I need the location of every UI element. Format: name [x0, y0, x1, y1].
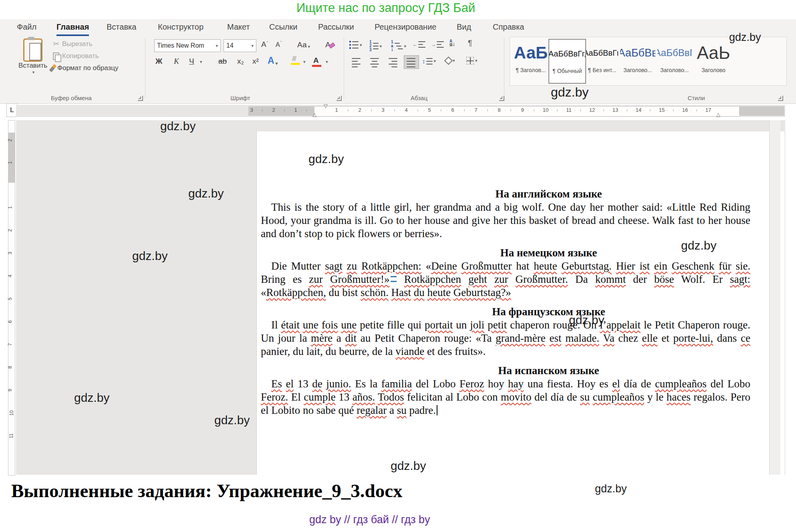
clipboard-dialog-launcher-icon[interactable] [138, 96, 143, 101]
subscript-button[interactable]: х₂ [237, 57, 244, 66]
font-family-combo[interactable]: Times New Rom▾ [154, 39, 221, 52]
outdent-icon: ← [413, 42, 417, 47]
chevron-down-icon[interactable]: ▾ [360, 42, 362, 48]
chevron-down-icon[interactable]: ▾ [453, 58, 455, 63]
hanging-indent-marker[interactable]: △ [312, 111, 316, 117]
align-right-button[interactable] [389, 57, 397, 68]
section-paragraph[interactable]: Die Mutter sagt zu Rotkäppchen: «Deine G… [261, 260, 750, 299]
ruler-tick: · [400, 108, 401, 112]
misspelled-word: zur [309, 273, 322, 285]
strikethrough-button[interactable]: ab [218, 57, 227, 66]
text-run: a [387, 404, 397, 416]
style-item[interactable]: АаБбВвГЗаголово... [657, 39, 692, 82]
align-left-button[interactable] [352, 57, 361, 68]
numbered-list-icon: 123 [369, 40, 372, 52]
tab-Рецензирование[interactable]: Рецензирование [375, 22, 436, 34]
justify-button[interactable] [407, 57, 415, 68]
show-marks-button[interactable]: ¶ [468, 38, 472, 48]
sort-button[interactable]: АЯ ↓ [449, 39, 455, 47]
borders-button[interactable]: ▾ [466, 57, 478, 64]
first-line-indent-marker[interactable]: ▽ [324, 103, 328, 109]
chevron-down-icon[interactable]: ▾ [276, 61, 278, 66]
paste-button[interactable]: Вставить ▾ [16, 38, 50, 75]
font-color-button[interactable]: А [313, 56, 319, 65]
styles-dialog-launcher-icon[interactable] [778, 96, 783, 101]
tab-Справка[interactable]: Справка [493, 22, 524, 34]
clear-formatting-button[interactable]: А [325, 40, 336, 49]
decrease-indent-button[interactable]: ← [413, 40, 425, 48]
superscript-button[interactable]: х² [252, 57, 259, 66]
ruler-tick: · [301, 108, 302, 112]
ruler-number: 1 [335, 107, 338, 113]
misspelled-word: une [341, 319, 357, 331]
numbering-button[interactable]: 123 ▾ [369, 40, 382, 52]
text-run [650, 260, 654, 272]
style-item[interactable]: АаБбВвГг,¶ Обычный [548, 39, 586, 84]
tab-Главная[interactable]: Главная [56, 22, 89, 36]
style-item[interactable]: АаБбВвЗаголово... [620, 39, 655, 82]
right-indent-marker[interactable]: △ [716, 111, 720, 117]
copy-button[interactable]: Копировать [53, 52, 99, 60]
multilevel-list-button[interactable]: 1ai ▾ [391, 40, 406, 52]
style-item[interactable]: АаЬЗаголово [693, 39, 734, 82]
font-dialog-launcher-icon[interactable] [337, 96, 342, 101]
shrink-font-button[interactable]: Аˇ [276, 41, 282, 48]
tab-Рассылки[interactable]: Рассылки [318, 22, 354, 34]
chevron-down-icon[interactable]: ▾ [251, 43, 254, 48]
italic-button[interactable]: К [174, 57, 179, 66]
text-run: padre. [407, 404, 436, 416]
ruler-tick: · [702, 108, 703, 112]
line-spacing-button[interactable]: ↕ ▾ [422, 57, 436, 65]
section-paragraph[interactable]: Es el 13 de junio. Es la familia del Lob… [261, 377, 750, 417]
style-item[interactable]: АаБбВвГг,¶ Без инт... [586, 39, 618, 82]
ruler-tick: · [667, 108, 669, 112]
chevron-down-icon[interactable]: ▾ [216, 43, 218, 48]
text-run [300, 319, 303, 331]
tab-Вставка[interactable]: Вставка [107, 22, 136, 34]
ruler-number: 6 [7, 320, 13, 323]
chevron-down-icon[interactable]: ▾ [434, 58, 436, 64]
section-paragraph[interactable]: This is the story of a little girl, her … [261, 201, 750, 240]
document-text[interactable]: На английском языкеThis is the story of … [261, 187, 750, 417]
cut-button[interactable]: ✂ Вырезать [53, 39, 93, 48]
bold-button[interactable]: Ж [155, 57, 162, 66]
text-effects-button[interactable]: А▾ [268, 55, 278, 66]
underline-button[interactable]: Ч [189, 57, 194, 66]
misspelled-word: ce [741, 332, 750, 344]
vertical-scrollbar[interactable] [769, 120, 780, 475]
chevron-down-icon[interactable]: ▾ [303, 59, 306, 64]
tab-Вид[interactable]: Вид [457, 22, 471, 34]
chevron-down-icon[interactable]: ▾ [326, 59, 328, 64]
increase-indent-button[interactable]: → [431, 40, 444, 48]
bullets-button[interactable]: ▾ [349, 40, 362, 50]
text-run [599, 332, 603, 344]
section-heading: На испанском языке [347, 364, 750, 377]
chevron-down-icon[interactable]: ▾ [308, 44, 310, 49]
style-item[interactable]: АаБ¶ Заголов... [514, 39, 547, 82]
chevron-down-icon[interactable]: ▾ [404, 44, 407, 49]
document-page[interactable]: На английском языкеThis is the story of … [256, 131, 785, 475]
grow-font-button[interactable]: Аˆ [261, 40, 268, 49]
paragraph-dialog-launcher-icon[interactable] [499, 96, 504, 101]
ruler-right-margin [739, 106, 784, 116]
vertical-ruler[interactable]: 211234567891011 [8, 120, 15, 476]
change-case-button[interactable]: Аа▾ [297, 40, 310, 49]
shading-button[interactable]: ▾ [445, 58, 455, 64]
align-center-button[interactable] [370, 57, 379, 68]
section-paragraph[interactable]: Il était une fois une petite fille qui p… [261, 318, 750, 358]
format-painter-button[interactable]: Формат по образцу [51, 64, 118, 72]
chevron-down-icon[interactable]: ▾ [200, 59, 202, 64]
chevron-down-icon[interactable]: ▾ [380, 44, 382, 49]
chevron-down-icon[interactable]: ▾ [17, 70, 50, 75]
text-run: der [626, 273, 654, 285]
tab-Конструктор[interactable]: Конструктор [158, 22, 204, 34]
tab-Ссылки[interactable]: Ссылки [269, 22, 297, 34]
highlight-button[interactable] [291, 56, 297, 62]
tab-Макет[interactable]: Макет [227, 22, 250, 34]
font-size-combo[interactable]: 14▾ [224, 39, 256, 52]
horizontal-ruler[interactable]: ▽ △ △ 3·ı·2·ı·1·ı·1·ı·2·ı·3·ı·4·ı·5·ı·6·… [16, 105, 785, 117]
chevron-down-icon[interactable]: ▾ [475, 58, 478, 63]
tab-Файл[interactable]: Файл [17, 22, 36, 34]
ruler-tick: · [342, 108, 343, 112]
misspelled-word: de [312, 378, 322, 390]
